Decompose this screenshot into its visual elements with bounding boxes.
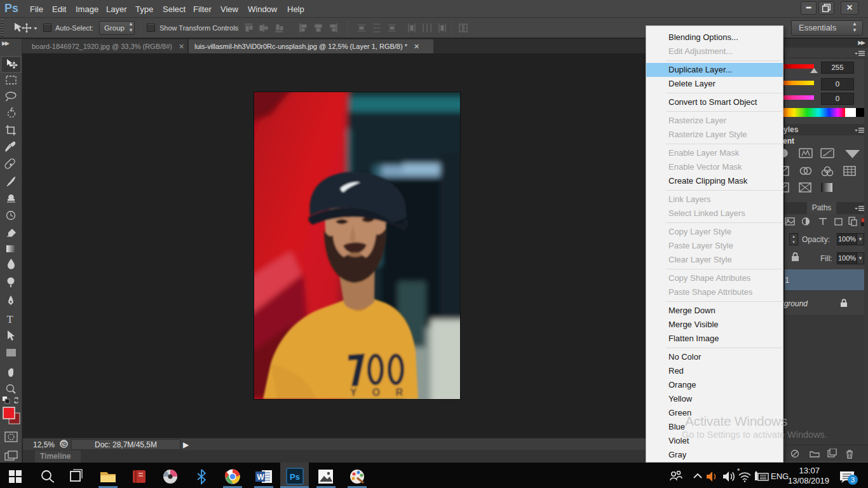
svg-text:Ps: Ps — [290, 472, 300, 482]
svg-text:▶▶: ▶▶ — [2, 40, 10, 46]
svg-text:Y O R: Y O R — [350, 387, 409, 398]
svg-text:ENG: ENG — [771, 471, 789, 481]
svg-text:*: * — [737, 467, 740, 475]
svg-text:W: W — [257, 473, 265, 482]
svg-text:3: 3 — [851, 476, 855, 484]
svg-text:13:07: 13:07 — [799, 466, 820, 475]
svg-text:13/08/2019: 13/08/2019 — [788, 476, 829, 485]
svg-text:T: T — [7, 313, 14, 325]
